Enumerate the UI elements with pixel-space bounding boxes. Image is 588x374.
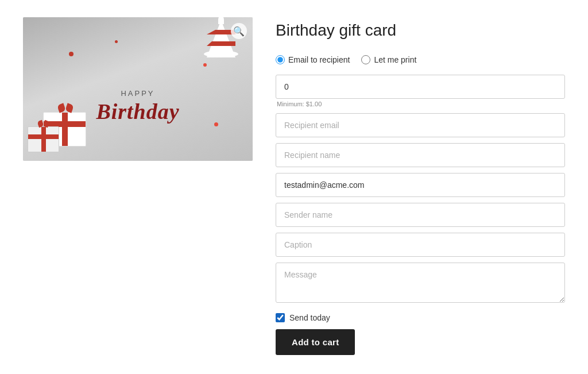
zoom-symbol: 🔍 (233, 26, 245, 37)
birthday-background: HAPPY Birthday (23, 17, 253, 161)
print-option-label: Let me print (374, 55, 416, 64)
min-label: Minimum: $1.00 (276, 101, 565, 107)
gift-box-2 (28, 126, 59, 152)
message-field (276, 263, 565, 305)
caption-input[interactable] (276, 233, 565, 257)
recipient-email-field (276, 113, 565, 137)
print-radio[interactable] (361, 55, 370, 64)
birthday-text: Birthday (96, 99, 179, 124)
send-today-row: Send today (276, 313, 565, 322)
amount-field: Minimum: $1.00 (276, 75, 565, 107)
party-hat (207, 20, 235, 57)
confetti (69, 52, 74, 56)
recipient-name-input[interactable] (276, 143, 565, 167)
sender-name-input[interactable] (276, 203, 565, 227)
message-textarea[interactable] (276, 263, 565, 303)
hat-tip (218, 17, 224, 24)
page-container: HAPPY Birthday (23, 11, 565, 355)
send-today-checkbox[interactable] (276, 313, 285, 322)
left-column: HAPPY Birthday (23, 17, 253, 355)
send-today-label[interactable]: Send today (289, 313, 330, 322)
amount-input[interactable] (276, 75, 565, 99)
print-option[interactable]: Let me print (361, 55, 416, 64)
zoom-icon[interactable]: 🔍 (231, 23, 247, 39)
recipient-email-input[interactable] (276, 113, 565, 137)
delivery-options: Email to recipient Let me print (276, 55, 565, 64)
happy-text: HAPPY (121, 89, 154, 98)
hat-brim (204, 51, 238, 57)
confetti (203, 63, 207, 67)
page-title: Birthday gift card (276, 20, 565, 41)
email-radio[interactable] (276, 55, 285, 64)
recipient-name-field (276, 143, 565, 167)
sender-email-input[interactable] (276, 173, 565, 197)
image-wrapper: HAPPY Birthday (23, 17, 253, 161)
right-column: Birthday gift card Email to recipient Le… (276, 17, 565, 355)
email-option[interactable]: Email to recipient (276, 55, 350, 64)
sender-name-field (276, 203, 565, 227)
confetti (214, 122, 218, 126)
email-option-label: Email to recipient (288, 55, 350, 64)
sender-email-field (276, 173, 565, 197)
product-image: HAPPY Birthday (23, 17, 253, 161)
add-to-cart-button[interactable]: Add to cart (276, 329, 355, 355)
caption-field (276, 233, 565, 257)
confetti (115, 40, 118, 43)
